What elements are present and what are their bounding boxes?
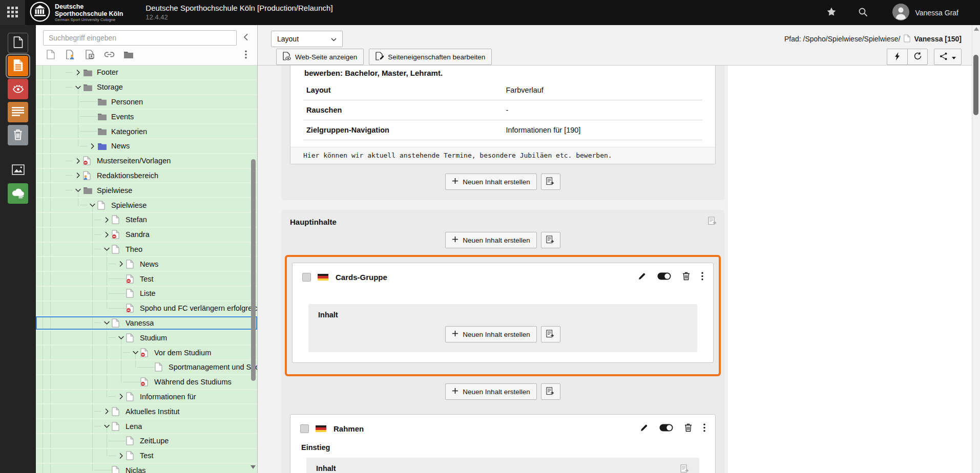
- chevron-right-icon[interactable]: [73, 69, 83, 76]
- delete-button[interactable]: [684, 423, 692, 434]
- tree-item[interactable]: Aktuelles Institut: [36, 404, 257, 419]
- tree-item[interactable]: Vor dem Studium: [36, 346, 257, 360]
- tree-item[interactable]: Sandra: [36, 228, 257, 243]
- tree-item[interactable]: Spielwiese: [36, 183, 257, 198]
- tree-scrollbar-thumb[interactable]: [251, 159, 256, 381]
- delete-button[interactable]: [682, 272, 690, 282]
- tree-item[interactable]: Informationen für: [36, 390, 257, 405]
- chevron-right-icon[interactable]: [73, 158, 83, 164]
- new-editor-page-drag-button[interactable]: [64, 49, 76, 62]
- paste-content-button[interactable]: [541, 326, 560, 342]
- tree-item[interactable]: Storage: [36, 80, 257, 95]
- tree-item[interactable]: Test: [36, 449, 257, 464]
- tree-item[interactable]: Während des Studiums: [36, 375, 257, 390]
- chevron-right-icon[interactable]: [116, 393, 126, 400]
- share-button[interactable]: [934, 49, 962, 65]
- chevron-right-icon[interactable]: [116, 453, 126, 459]
- tree-item[interactable]: Vanessa: [36, 316, 257, 331]
- edit-button[interactable]: [640, 424, 648, 434]
- user-menu-button[interactable]: Vanessa Graf: [889, 3, 962, 23]
- tree-item[interactable]: Sportmanagement und Sportkom: [36, 360, 257, 375]
- tree-item[interactable]: Niclas: [36, 464, 257, 473]
- bolt-icon: [894, 52, 901, 62]
- module-menu-button[interactable]: [0, 0, 25, 25]
- drag-handle[interactable]: [302, 273, 311, 282]
- tree-item[interactable]: Spoho und FC verlängern erfolgreiche K: [36, 302, 257, 316]
- function-select[interactable]: Layout: [271, 31, 343, 47]
- tree-item[interactable]: ZeitLupe: [36, 434, 257, 449]
- chevron-down-icon[interactable]: [87, 202, 97, 208]
- app-logo[interactable]: Deutsche Sporthochschule Köln German Spo…: [30, 2, 123, 24]
- new-page-drag-button[interactable]: [45, 49, 57, 62]
- trash-icon: [684, 423, 692, 434]
- tree-item[interactable]: Events: [36, 110, 257, 124]
- chevron-right-icon[interactable]: [73, 172, 83, 179]
- reload-button[interactable]: [907, 49, 928, 65]
- tree-item[interactable]: Kategorien: [36, 124, 257, 139]
- chevron-down-icon[interactable]: [101, 319, 112, 326]
- chevron-down-icon[interactable]: [101, 423, 112, 429]
- clear-cache-button[interactable]: [887, 49, 907, 65]
- paste-icon: [680, 464, 690, 473]
- visibility-toggle[interactable]: [659, 424, 673, 433]
- more-options-button[interactable]: [701, 272, 703, 282]
- new-shortcut-page-drag-button[interactable]: [84, 49, 96, 62]
- tree-item[interactable]: Studium: [36, 331, 257, 346]
- tree-item[interactable]: Stefan: [36, 213, 257, 228]
- tree-scroll-down-icon[interactable]: [251, 465, 256, 469]
- tree-item[interactable]: News: [36, 257, 257, 272]
- more-options-button[interactable]: [703, 423, 705, 434]
- tree-item[interactable]: Redaktionsbereich: [36, 169, 257, 184]
- search-button[interactable]: [858, 7, 868, 18]
- module-bar: [0, 25, 36, 473]
- chevron-down-icon[interactable]: [73, 187, 83, 193]
- paste-content-button[interactable]: [541, 174, 560, 190]
- new-folder-drag-button[interactable]: [122, 49, 135, 62]
- module-media[interactable]: [8, 183, 28, 204]
- window-scrollbar-thumb[interactable]: [973, 55, 978, 115]
- chevron-down-icon[interactable]: [116, 334, 126, 341]
- tree-item[interactable]: News: [36, 139, 257, 154]
- tree-search-input[interactable]: [43, 30, 237, 46]
- view-webpage-button[interactable]: Web-Seite anzeigen: [276, 49, 364, 65]
- tree-item[interactable]: Spielwiese: [36, 198, 257, 213]
- bookmarks-button[interactable]: [826, 7, 837, 18]
- paste-content-button[interactable]: [541, 383, 560, 400]
- module-view[interactable]: [8, 79, 28, 99]
- paste-content-button[interactable]: [541, 232, 560, 248]
- tree-item[interactable]: Lena: [36, 419, 257, 434]
- edit-page-properties-button[interactable]: Seiteneigenschaften bearbeiten: [369, 49, 492, 65]
- chevron-right-icon[interactable]: [101, 231, 112, 238]
- edit-button[interactable]: [638, 272, 646, 282]
- chevron-right-icon[interactable]: [101, 217, 112, 223]
- chevron-right-icon[interactable]: [87, 143, 97, 149]
- tree-item[interactable]: Personen: [36, 95, 257, 110]
- doc-header: Layout Pfad: /Spoho/Spielwiese/Spielwies…: [258, 25, 980, 66]
- module-media-icon: [11, 187, 25, 200]
- new-content-button[interactable]: Neuen Inhalt erstellen: [445, 232, 536, 248]
- visibility-toggle[interactable]: [657, 272, 671, 282]
- chevron-down-icon[interactable]: [130, 349, 140, 356]
- tree-item[interactable]: Test: [36, 272, 257, 287]
- tree-item-label: Vanessa: [126, 319, 154, 327]
- chevron-right-icon[interactable]: [116, 261, 126, 267]
- module-page[interactable]: [8, 33, 28, 53]
- module-page-content[interactable]: [8, 56, 28, 76]
- window-scrollbar: [972, 25, 980, 473]
- scroll-up-icon[interactable]: [974, 27, 979, 31]
- tree-item[interactable]: Musterseiten/Vorlagen: [36, 154, 257, 169]
- module-recycler[interactable]: [8, 125, 28, 145]
- chevron-right-icon[interactable]: [101, 408, 112, 415]
- new-content-button[interactable]: Neuen Inhalt erstellen: [445, 174, 536, 190]
- drag-handle[interactable]: [300, 424, 309, 433]
- tree-item[interactable]: Footer: [36, 66, 257, 80]
- chevron-down-icon[interactable]: [73, 84, 83, 91]
- tree-item[interactable]: Liste: [36, 287, 257, 302]
- new-link-page-drag-button[interactable]: [103, 49, 115, 62]
- module-filelist[interactable]: [8, 160, 28, 181]
- new-content-button[interactable]: Neuen Inhalt erstellen: [445, 383, 536, 400]
- module-list[interactable]: [8, 102, 28, 122]
- new-content-button[interactable]: Neuen Inhalt erstellen: [445, 326, 536, 342]
- chevron-down-icon[interactable]: [101, 246, 112, 252]
- tree-item[interactable]: Theo: [36, 243, 257, 257]
